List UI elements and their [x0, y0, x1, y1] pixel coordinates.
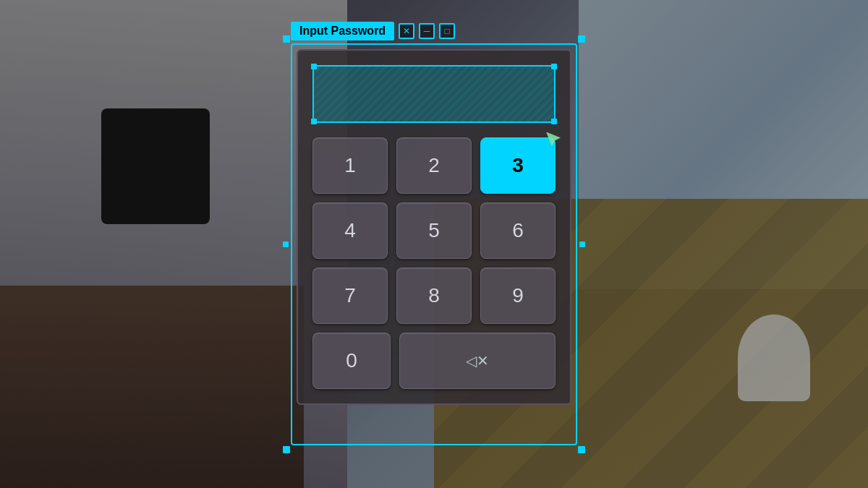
display-corner-tl [311, 64, 317, 69]
key-0-button[interactable]: 0 [312, 333, 391, 389]
dialog-title: Input Password [291, 22, 394, 40]
keypad-panel: 1 2 3 4 5 6 7 8 [297, 49, 571, 405]
key-3-button[interactable]: 3 [480, 137, 556, 194]
minimize-button[interactable]: ─ [419, 23, 435, 39]
title-bar: Input Password ✕ ─ □ [291, 22, 455, 40]
password-display [312, 65, 556, 123]
backspace-icon: ◁✕ [466, 352, 489, 369]
key-4-button[interactable]: 4 [312, 202, 388, 259]
password-dialog: Input Password ✕ ─ □ 1 2 3 4 [297, 49, 571, 440]
keypad-grid: 1 2 3 4 5 6 7 8 [312, 137, 556, 324]
key-1-button[interactable]: 1 [312, 137, 388, 194]
close-button[interactable]: ✕ [399, 23, 414, 39]
maximize-button[interactable]: □ [439, 23, 455, 39]
display-corner-br [551, 119, 557, 124]
key-5-button[interactable]: 5 [396, 202, 472, 259]
key-2-button[interactable]: 2 [396, 137, 472, 194]
display-corner-tr [551, 64, 557, 69]
key-9-button[interactable]: 9 [480, 267, 556, 324]
key-6-button[interactable]: 6 [480, 202, 556, 259]
key-7-button[interactable]: 7 [312, 267, 388, 324]
bottom-row: 0 ◁✕ [312, 333, 556, 389]
display-corner-bl [311, 119, 317, 124]
cursor-indicator [546, 132, 561, 147]
key-8-button[interactable]: 8 [396, 267, 472, 324]
backspace-button[interactable]: ◁✕ [399, 333, 556, 389]
